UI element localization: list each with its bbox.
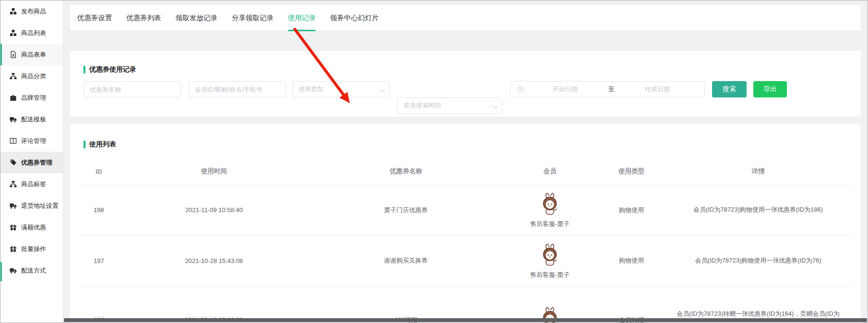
tab-coupon-list[interactable]: 优惠券列表: [127, 5, 162, 31]
cell-use-time: 2021-11-09 10:58:40: [118, 206, 310, 214]
sidebar-item-publish-product[interactable]: 发布商品: [0, 0, 63, 22]
tab-share-claim-records[interactable]: 分享领取记录: [232, 5, 273, 31]
sidebar-item-label: 商品列表: [21, 29, 46, 37]
truck-icon: [10, 202, 17, 209]
horizontal-scrollbar[interactable]: [64, 318, 867, 322]
cubes-icon: [10, 29, 17, 36]
sidebar-item-comment-management[interactable]: 评论管理: [0, 130, 63, 152]
member-avatar: [537, 191, 563, 217]
section-title-bar: [83, 141, 85, 148]
cell-detail: 会员(ID为78723)购物使用一张优惠券(ID为76): [665, 255, 851, 267]
truck-icon: [10, 267, 17, 274]
cubes-icon: [10, 8, 17, 15]
table-row: 197 2021-10-28 15:43:08 谢谢购买兑换券 售后客服-栗子 …: [80, 235, 851, 286]
table-row: 186 2021-08-12 09:12:08 100可用 会员转赠 会员(ID…: [80, 286, 851, 323]
usage-list-card: 使用列表 ID 使用时间 优惠券名称 会员 使用类型 详情 198 2021-1…: [70, 124, 861, 323]
file-icon: [10, 51, 17, 58]
sidebar-item-label: 配送模板: [21, 115, 46, 124]
search-time-select[interactable]: 是否搜索时间: [397, 97, 502, 114]
filter-section-title: 优惠券使用记录: [83, 65, 136, 74]
section-title-bar: [83, 66, 85, 73]
table-row: 198 2021-11-09 10:58:40 栗子门店优惠券 售后客服-栗子 …: [80, 185, 851, 235]
sidebar-item-product-category[interactable]: 商品分类: [0, 65, 63, 87]
cell-coupon-name: 栗子门店优惠券: [310, 206, 502, 215]
sidebar-item-label: 商品标签: [21, 180, 46, 189]
sidebar-active-strip: [0, 262, 2, 281]
filter-card: 优惠券使用记录 使用类型 是否搜索时间 开始日期: [70, 51, 861, 117]
sitemap-icon: [10, 72, 17, 80]
briefcase-icon: [10, 94, 17, 101]
gift-icon: [10, 245, 17, 252]
cell-use-type: 购物使用: [598, 256, 665, 265]
date-range-picker[interactable]: 开始日期 至 结束日期: [510, 81, 705, 97]
sidebar-item-return-address-settings[interactable]: 退货地址设置: [0, 195, 63, 216]
tab-coupon-settings[interactable]: 优惠券设置: [77, 5, 112, 31]
col-header-use-time: 使用时间: [118, 167, 310, 176]
sidebar-item-product-list[interactable]: 商品列表: [0, 22, 63, 44]
member-avatar: [537, 242, 563, 268]
cell-use-time: 2021-10-28 15:43:08: [118, 257, 310, 264]
member-name: 售后客服-栗子: [530, 271, 570, 279]
sidebar-item-delivery-template[interactable]: 配送模板: [0, 108, 63, 130]
cell-id: 198: [80, 206, 118, 214]
cell-detail: 会员(ID为78723)购物使用一张优惠券(ID为186): [665, 204, 851, 216]
sidebar-item-label: 商品表单: [21, 50, 46, 59]
sidebar-item-product-form[interactable]: 商品表单: [0, 44, 63, 65]
end-date-placeholder[interactable]: 结束日期: [618, 85, 698, 94]
member-name: 售后客服-栗子: [530, 220, 570, 228]
sidebar-item-coupon-management[interactable]: 优惠券管理: [0, 152, 63, 173]
sidebar-item-label: 批量操作: [21, 245, 46, 253]
main-content: 优惠券设置 优惠券列表 领取发放记录 分享领取记录 使用记录 领券中心幻灯片 优…: [64, 0, 868, 323]
tab-coupon-center-slides[interactable]: 领券中心幻灯片: [330, 5, 379, 31]
columns-icon: [10, 137, 17, 144]
list-section-title: 使用列表: [83, 140, 861, 149]
col-header-member: 会员: [502, 167, 598, 176]
gift-icon: [10, 224, 17, 231]
col-header-detail: 详情: [665, 165, 851, 178]
sidebar-item-label: 退货地址设置: [21, 202, 59, 210]
col-header-coupon-name: 优惠券名称: [310, 167, 502, 176]
usage-table: ID 使用时间 优惠券名称 会员 使用类型 详情 198 2021-11-09 …: [70, 158, 861, 323]
cell-use-type: 购物使用: [598, 206, 665, 215]
sidebar-item-label: 商品分类: [21, 72, 46, 81]
sidebar-item-brand-management[interactable]: 品牌管理: [0, 87, 63, 108]
member-cell: 售后客服-栗子: [502, 242, 598, 279]
sidebar-item-label: 优惠券管理: [21, 158, 52, 167]
sidebar-item-delivery-method[interactable]: 配送方式: [0, 260, 63, 281]
sidebar-item-label: 评论管理: [21, 137, 46, 145]
tab-bar: 优惠券设置 优惠券列表 领取发放记录 分享领取记录 使用记录 领券中心幻灯片: [70, 5, 861, 31]
tab-usage-records[interactable]: 使用记录: [288, 5, 316, 31]
export-button[interactable]: 导出: [753, 81, 787, 97]
member-cell: 售后客服-栗子: [502, 191, 598, 228]
sidebar: 发布商品 商品列表 商品表单 商品分类 品牌管理 配送模板 评论管理 优惠券管: [0, 0, 63, 323]
chevron-down-icon: [380, 88, 384, 92]
col-header-use-type: 使用类型: [598, 167, 665, 176]
tab-claim-issue-records[interactable]: 领取发放记录: [176, 5, 217, 31]
date-range-separator: 至: [606, 85, 618, 94]
cell-id: 197: [80, 257, 118, 264]
table-header-row: ID 使用时间 优惠券名称 会员 使用类型 详情: [80, 158, 851, 185]
tag-icon: [10, 159, 17, 166]
sidebar-item-product-tags[interactable]: 商品标签: [0, 173, 63, 195]
sitemap-icon: [10, 180, 17, 188]
use-type-select[interactable]: 使用类型: [292, 81, 390, 97]
app-window: 发布商品 商品列表 商品表单 商品分类 品牌管理 配送模板 评论管理 优惠券管: [0, 0, 868, 323]
member-search-input[interactable]: [189, 81, 286, 97]
sidebar-item-label: 配送方式: [21, 266, 46, 275]
sidebar-item-batch-operations[interactable]: 批量操作: [0, 238, 63, 260]
truck-icon: [10, 116, 17, 123]
sidebar-item-label: 满额优惠: [21, 223, 46, 232]
cell-coupon-name: 谢谢购买兑换券: [310, 256, 502, 265]
search-button[interactable]: 搜索: [712, 81, 747, 97]
chevron-down-icon: [493, 104, 497, 108]
col-header-id: ID: [80, 168, 118, 175]
start-date-placeholder[interactable]: 开始日期: [525, 85, 606, 94]
sidebar-item-label: 发布商品: [21, 7, 46, 16]
coupon-name-input[interactable]: [83, 81, 181, 97]
sidebar-item-full-discount[interactable]: 满额优惠: [0, 216, 63, 238]
sidebar-item-label: 品牌管理: [21, 94, 46, 102]
clock-icon: [517, 86, 524, 93]
